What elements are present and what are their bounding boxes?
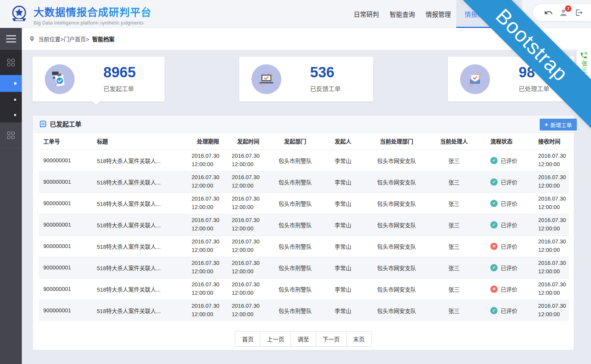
table-row[interactable]: 900000001 518特大杀人案件关联人... 2016.07.30 12:… [39, 278, 569, 300]
sidebar-item-sub-1[interactable] [0, 92, 22, 107]
police-badge-logo [9, 4, 29, 24]
logout-icon[interactable] [574, 8, 584, 18]
bullet-square-icon [14, 114, 16, 116]
table-row[interactable]: 900000001 518特大杀人案件关联人... 2016.07.30 12:… [39, 214, 569, 235]
cell-initiate-dept: 包头市刑警队 [268, 300, 322, 321]
pagination: 首页 上一页 调至 下一页 末页 [33, 331, 574, 347]
user-notifications-icon[interactable]: 7 [558, 8, 568, 18]
status-icon [490, 178, 498, 186]
cell-receive-time: 2016.07.30 12:00:00 [529, 235, 569, 257]
cell-title: 518特大杀人案件关联人... [92, 257, 188, 278]
col-header-initiate-time: 发起时间 [228, 133, 268, 150]
add-work-order-button[interactable]: + 新增工单 [540, 119, 577, 131]
sidebar-item-sub-2[interactable] [0, 107, 22, 122]
cell-order-id: 900000001 [39, 193, 92, 214]
cell-title: 518特大杀人案件关联人... [92, 214, 188, 235]
stat-card-initiated[interactable]: 8965 已发起工单 [33, 57, 165, 101]
status-icon [490, 286, 498, 293]
col-header-initiate-dept: 发起部门 [268, 133, 322, 150]
cell-deadline: 2016.07.30 12:00:00 [188, 300, 228, 321]
pagination-next-button[interactable]: 下一页 [316, 331, 347, 347]
cell-title: 518特大杀人案件关联人... [92, 150, 188, 171]
table-row[interactable]: 900000001 518特大杀人案件关联人... 2016.07.30 12:… [39, 257, 569, 278]
cell-initiate-dept: 包头市刑警队 [268, 214, 322, 235]
cell-initiate-time: 2016.07.30 12:00:00 [228, 257, 268, 278]
phone-icon [580, 52, 588, 59]
cell-current-handler: 张三 [429, 257, 479, 278]
sidebar-item-active[interactable] [0, 75, 22, 92]
cell-title: 518特大杀人案件关联人... [92, 171, 188, 193]
sidebar-item-apps-2[interactable] [0, 122, 22, 148]
stat-card-feedback[interactable]: 536 已反馈工单 [239, 57, 373, 101]
cell-initiator: 李常山 [322, 193, 364, 214]
stat-value: 536 [310, 65, 341, 80]
breadcrumb-path: 当前位置>门户首页> [38, 35, 89, 43]
cell-order-id: 900000001 [39, 171, 92, 193]
pagination-jump-button[interactable]: 调至 [291, 331, 316, 347]
cell-current-handler: 张三 [429, 150, 479, 171]
work-order-table: 工单号 标题 处理期限 发起时间 发起部门 发起人 当前处理部门 当前处理人 流… [39, 133, 569, 321]
header-actions-pill: 7 [533, 4, 591, 21]
status-label: 已评价 [501, 307, 518, 315]
nav-item-intel-management[interactable]: 情报管理 [420, 0, 456, 28]
cell-initiate-dept: 包头市刑警队 [268, 257, 322, 278]
cell-current-dept: 包头市网安支队 [364, 193, 429, 214]
cell-current-dept: 包头市网安支队 [364, 150, 429, 171]
sidebar [0, 28, 22, 364]
table-row[interactable]: 900000001 518特大杀人案件关联人... 2016.07.30 12:… [39, 235, 569, 257]
cell-initiate-dept: 包头市刑警队 [268, 193, 322, 214]
pagination-last-button[interactable]: 末页 [346, 331, 372, 347]
cell-initiate-time: 2016.07.30 12:00:00 [228, 235, 268, 257]
pagination-first-button[interactable]: 首页 [235, 331, 260, 347]
table-row[interactable]: 900000001 518特大杀人案件关联人... 2016.07.30 12:… [39, 193, 569, 214]
cell-status: 已评价 [479, 171, 529, 193]
cell-current-dept: 包头市网安支队 [364, 257, 429, 278]
grid-icon [7, 59, 15, 66]
location-pin-icon [29, 36, 35, 42]
cell-status: 已评价 [479, 278, 529, 300]
cell-order-id: 900000001 [39, 235, 92, 257]
status-label: 已评价 [501, 221, 518, 229]
cell-current-dept: 包头市网安支队 [364, 278, 429, 300]
cell-initiator: 李常山 [322, 235, 364, 257]
cell-receive-time: 2016.07.30 12:00:00 [529, 300, 569, 321]
menu-toggle-button[interactable] [0, 28, 22, 50]
col-header-order-id: 工单号 [39, 133, 92, 150]
col-header-current-dept: 当前处理部门 [364, 133, 429, 150]
stat-label: 已处理工单 [519, 84, 549, 93]
stat-label: 已发起工单 [103, 84, 136, 93]
cell-current-handler: 张三 [429, 171, 479, 193]
cell-current-handler: 张三 [429, 193, 479, 214]
status-label: 已评价 [501, 264, 518, 272]
table-header-row: 工单号 标题 处理期限 发起时间 发起部门 发起人 当前处理部门 当前处理人 流… [39, 133, 569, 150]
sidebar-item-apps[interactable] [0, 50, 22, 75]
cell-status: 已评价 [479, 193, 529, 214]
notification-badge: 7 [565, 5, 571, 12]
cell-initiate-time: 2016.07.30 12:00:00 [228, 214, 268, 235]
cell-order-id: 900000001 [39, 150, 92, 171]
laptop-check-illustration [251, 64, 281, 94]
status-icon [490, 200, 498, 207]
cell-receive-time: 2016.07.30 12:00:00 [529, 278, 569, 300]
nav-item-smart-query[interactable]: 智能查询 [384, 0, 420, 28]
nav-item-daily-judgment[interactable]: 日常研判 [348, 0, 384, 28]
cell-initiator: 李常山 [322, 214, 364, 235]
cell-initiate-time: 2016.07.30 12:00:00 [228, 193, 268, 214]
cell-initiate-dept: 包头市刑警队 [268, 235, 322, 257]
panel-title: 已发起工单 [50, 119, 82, 129]
pagination-prev-button[interactable]: 上一页 [260, 331, 291, 347]
cell-title: 518特大杀人案件关联人... [92, 300, 188, 321]
cell-initiator: 李常山 [322, 300, 364, 321]
table-row[interactable]: 900000001 518特大杀人案件关联人... 2016.07.30 12:… [39, 150, 569, 171]
cell-initiate-dept: 包头市刑警队 [268, 171, 322, 193]
cell-initiator: 李常山 [322, 257, 364, 278]
undo-icon[interactable] [544, 8, 553, 18]
table-row[interactable]: 900000001 518特大杀人案件关联人... 2016.07.30 12:… [39, 171, 569, 193]
add-work-order-label: 新增工单 [550, 121, 572, 129]
table-row[interactable]: 900000001 518特大杀人案件关联人... 2016.07.30 12:… [39, 300, 569, 321]
cell-initiator: 李常山 [322, 150, 364, 171]
selected-card-pointer [92, 101, 100, 105]
cell-deadline: 2016.07.30 12:00:00 [188, 257, 228, 278]
cell-deadline: 2016.07.30 12:00:00 [188, 171, 228, 193]
cell-receive-time: 2016.07.30 12:00:00 [529, 171, 569, 193]
